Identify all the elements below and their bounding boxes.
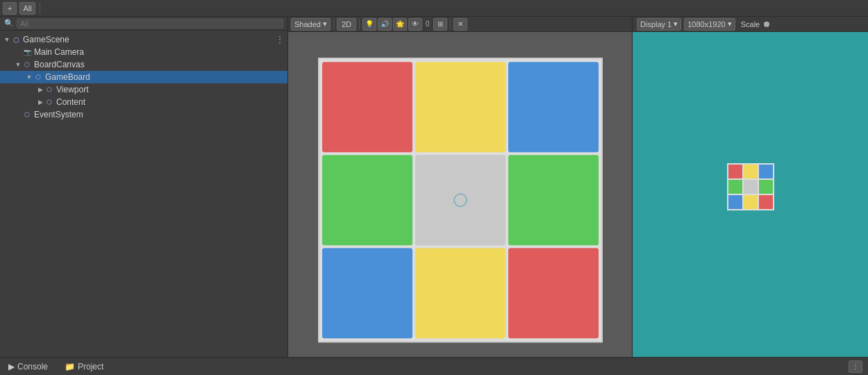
mini-grid-cell [759,180,773,194]
label-maincamera: Main Camera [34,47,84,57]
shaded-dropdown[interactable]: Shaded ▾ [291,18,331,31]
viewport-icon: ⬡ [44,85,54,94]
label-content: Content [56,97,85,107]
label-eventsystem: EventSystem [34,110,83,119]
resolution-chevron: ▾ [728,19,732,28]
gizmo-icon-btn[interactable]: ✕ [453,18,467,31]
grid-cell[interactable] [508,248,599,338]
project-icon: 📁 [65,362,75,372]
grid-cell[interactable] [322,155,412,245]
arrow-viewport: ▶ [36,85,44,94]
2d-button[interactable]: 2D [337,18,356,31]
label-gamescene: GameScene [23,35,69,44]
arrow-gamescene: ▼ [3,35,11,44]
tree-item-maincamera[interactable]: 📷 Main Camera [0,46,287,58]
bottom-bar: ▶ Console 📁 Project ⋮ [0,357,868,375]
label-boardcanvas: BoardCanvas [34,60,85,69]
camera-icon: 📷 [22,47,32,57]
grid-cell[interactable] [415,155,506,245]
tree-item-content[interactable]: ▶ ⬡ Content [0,96,287,108]
separator-1 [40,3,40,14]
search-icon: 🔍 [4,19,14,28]
resolution-dropdown[interactable]: 1080x1920 ▾ [684,18,735,31]
mini-grid-cell [728,165,742,178]
more-gamescene[interactable]: ⋮ [275,34,285,45]
hidden-icon-btn[interactable]: 👁 [408,18,422,31]
tree-item-boardcanvas[interactable]: ▼ ⬡ BoardCanvas [0,58,287,71]
gameboard-icon: ⬡ [33,72,43,82]
plus-icon: + [8,4,12,12]
mini-grid-cell [744,165,758,178]
scene-view: Shaded ▾ 2D 💡 🔊 🌟 👁 0 ⊞ ✕ [288,17,632,357]
scene-toolbar: Shaded ▾ 2D 💡 🔊 🌟 👁 0 ⊞ ✕ [288,17,632,32]
grid-cell[interactable] [415,248,506,338]
grid-cell[interactable] [508,155,599,245]
sep-2 [333,19,334,30]
tree-item-gamescene[interactable]: ▼ ⬡ GameScene ⋮ [0,33,287,46]
arrow-boardcanvas: ▼ [14,60,22,69]
project-label: Project [78,362,103,372]
console-label: Console [17,362,48,372]
top-toolbar: + All [0,0,868,17]
mini-grid-cell [759,165,773,178]
hidden-count: 0 [424,20,432,28]
tree-item-viewport[interactable]: ▶ ⬡ Viewport [0,83,287,96]
grid-cell[interactable] [322,248,412,338]
hierarchy-panel: 🔍 ▼ ⬡ GameScene ⋮ 📷 Main Camera [0,17,288,357]
more-icon: ⋮ [852,362,859,370]
light-icon-btn[interactable]: 💡 [362,18,376,31]
scale-label: Scale [741,20,760,28]
grid-icon-btn[interactable]: ⊞ [433,18,447,31]
add-button[interactable]: + [3,2,17,15]
display-dropdown[interactable]: Display 1 ▾ [637,18,681,31]
all-label: All [23,4,31,12]
mini-grid-cell [728,195,742,209]
mini-grid-cell [728,180,742,194]
arrow-maincamera [14,48,22,56]
console-tab[interactable]: ▶ Console [6,360,51,373]
display-chevron: ▾ [674,19,678,28]
hierarchy-search[interactable] [17,19,283,28]
audio-icon-btn[interactable]: 🔊 [378,18,392,31]
all-dropdown[interactable]: All [19,2,35,15]
label-viewport: Viewport [56,85,88,94]
hierarchy-content: ▼ ⬡ GameScene ⋮ 📷 Main Camera ▼ ⬡ BoardC… [0,31,287,357]
tree-item-gameboard[interactable]: ▼ ⬡ GameBoard [0,71,287,83]
arrow-eventsystem [14,110,22,119]
game-view: Display 1 ▾ 1080x1920 ▾ Scale [632,17,868,357]
game-display-bar: Display 1 ▾ 1080x1920 ▾ Scale [633,17,868,32]
scene-canvas[interactable] [288,32,632,357]
main-area: 🔍 ▼ ⬡ GameScene ⋮ 📷 Main Camera [0,17,868,357]
mini-game-grid [727,163,774,210]
tree-item-eventsystem[interactable]: ⬡ EventSystem [0,108,287,121]
mini-grid-cell [744,195,758,209]
label-gameboard: GameBoard [45,72,90,82]
shaded-label: Shaded [294,20,321,28]
center-indicator [453,193,467,207]
canvas-icon: ⬡ [22,60,32,69]
sep-3 [359,19,360,30]
bottom-more-btn[interactable]: ⋮ [849,360,862,373]
eventsystem-icon: ⬡ [22,110,32,119]
shaded-chevron: ▾ [323,19,327,28]
sep-4 [450,19,451,30]
effect-icon-btn[interactable]: 🌟 [393,18,407,31]
content-icon: ⬡ [44,97,54,107]
arrow-gameboard: ▼ [25,73,33,81]
2d-label: 2D [342,20,351,28]
display-label: Display 1 [640,20,671,28]
bottom-right: ⋮ [849,360,862,373]
mini-grid-cell [759,195,773,209]
arrow-content: ▶ [36,98,44,106]
scale-indicator [764,22,769,27]
game-board-grid [318,58,603,342]
grid-cell[interactable] [415,62,506,152]
console-icon: ▶ [8,362,15,372]
mini-grid-cell [744,180,758,194]
hierarchy-header: 🔍 [0,17,287,31]
grid-cell[interactable] [322,62,412,152]
scene-icon: ⬡ [11,35,21,44]
resolution-label: 1080x1920 [687,20,725,28]
grid-cell[interactable] [508,62,599,152]
project-tab[interactable]: 📁 Project [62,360,106,373]
